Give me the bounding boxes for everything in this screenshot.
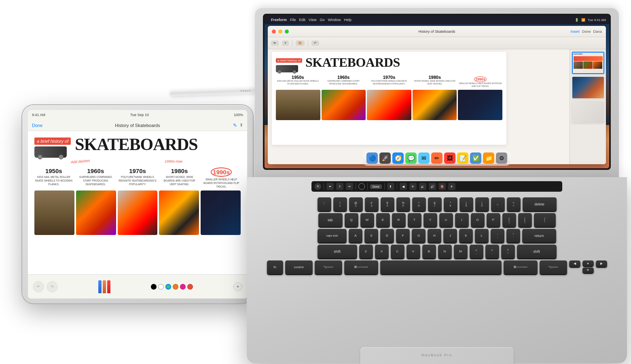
- key-comma[interactable]: <,: [470, 245, 483, 258]
- key-arrow-up[interactable]: ▲: [582, 260, 594, 266]
- key-h[interactable]: H: [428, 229, 441, 243]
- key-v[interactable]: V: [407, 245, 420, 258]
- key-command-right[interactable]: ⌘command: [504, 260, 538, 274]
- key-tab[interactable]: tab: [318, 213, 343, 227]
- key-quote[interactable]: "': [506, 229, 520, 243]
- undo-button[interactable]: ↶: [33, 281, 44, 292]
- touchbar-volume-up[interactable]: 🔊: [429, 183, 436, 190]
- key-capslock[interactable]: caps lock: [318, 229, 347, 243]
- touchbar-prev[interactable]: ◀: [400, 183, 407, 190]
- color-white[interactable]: [158, 284, 164, 290]
- key-n[interactable]: N: [438, 245, 452, 258]
- key-space[interactable]: [380, 260, 502, 274]
- key-return[interactable]: return: [522, 229, 556, 243]
- key-a[interactable]: A: [349, 229, 362, 243]
- key-r[interactable]: R: [392, 213, 406, 227]
- touchbar-volume-down[interactable]: 🔉: [419, 183, 426, 190]
- dock-mail[interactable]: ✉: [418, 152, 430, 164]
- touchbar-done-button[interactable]: Done: [370, 184, 382, 189]
- key-d[interactable]: D: [380, 229, 394, 243]
- key-command-left[interactable]: ⌘command: [344, 260, 378, 274]
- key-slash[interactable]: ?/: [501, 245, 515, 258]
- touchbar-close[interactable]: ✕: [315, 183, 321, 190]
- key-arrow-down[interactable]: ▼: [582, 267, 594, 273]
- key-c[interactable]: C: [391, 245, 404, 258]
- key-g[interactable]: G: [412, 229, 426, 243]
- app-name[interactable]: Freeform: [271, 18, 287, 22]
- freeform-canvas[interactable]: a brief history of SKATEBOARDS: [268, 49, 606, 164]
- menu-help[interactable]: Help: [344, 18, 351, 22]
- key-s[interactable]: S: [364, 229, 378, 243]
- key-i[interactable]: I: [455, 213, 469, 227]
- key-2[interactable]: @2: [349, 197, 363, 211]
- dock-launchpad[interactable]: 🚀: [379, 152, 391, 164]
- key-j[interactable]: J: [443, 229, 457, 243]
- touchbar-pen[interactable]: ✒: [326, 183, 334, 190]
- color-black[interactable]: [151, 284, 157, 290]
- key-control[interactable]: control: [285, 260, 313, 274]
- key-shift-left[interactable]: shift: [318, 245, 357, 258]
- sidebar-thumb-1[interactable]: SKATEBOARDS: [572, 52, 604, 74]
- dock-safari[interactable]: 🧭: [392, 152, 404, 164]
- touchbar-brightness[interactable]: ☀: [448, 183, 455, 190]
- dock-photos[interactable]: 🖼: [444, 152, 455, 164]
- sidebar-thumb-2[interactable]: [572, 76, 604, 99]
- key-semicolon[interactable]: :;: [491, 229, 504, 243]
- key-f[interactable]: F: [396, 229, 410, 243]
- key-b[interactable]: B: [422, 245, 436, 258]
- key-l[interactable]: L: [475, 229, 489, 243]
- key-period[interactable]: >.: [485, 245, 499, 258]
- redo-button[interactable]: ↷: [47, 281, 58, 292]
- key-w[interactable]: W: [360, 213, 374, 227]
- dock-freeform[interactable]: ✏: [431, 152, 443, 164]
- key-fn[interactable]: fn: [267, 260, 283, 274]
- share-icon[interactable]: ⬆: [239, 123, 243, 128]
- touchbar-share[interactable]: ⬆: [387, 183, 394, 190]
- key-1[interactable]: !1: [333, 197, 347, 211]
- pen-tool-blue[interactable]: [98, 280, 102, 293]
- key-bracket-close[interactable]: }]: [518, 213, 532, 227]
- menu-file[interactable]: File: [290, 18, 296, 22]
- key-x[interactable]: X: [375, 245, 389, 258]
- color-red[interactable]: [187, 284, 193, 290]
- key-equals[interactable]: +=: [507, 197, 521, 211]
- key-8[interactable]: *8: [444, 197, 457, 211]
- key-q[interactable]: Q: [345, 213, 358, 227]
- pen-tool-orange[interactable]: [103, 280, 106, 293]
- key-t[interactable]: T: [408, 213, 421, 227]
- window-insert-button[interactable]: Insert: [570, 30, 580, 34]
- key-p[interactable]: P: [487, 213, 500, 227]
- key-shift-right[interactable]: shift: [517, 245, 557, 258]
- key-backtick[interactable]: ~`: [318, 197, 331, 211]
- ipad-done-button[interactable]: Done: [32, 123, 42, 128]
- sidebar-thumb-3[interactable]: [572, 101, 604, 123]
- key-arrow-right[interactable]: ▶: [596, 260, 607, 267]
- window-maximize-button[interactable]: [285, 30, 289, 34]
- key-delete[interactable]: delete: [523, 197, 557, 211]
- key-k[interactable]: K: [459, 229, 473, 243]
- key-u[interactable]: U: [439, 213, 453, 227]
- key-minus[interactable]: _-: [491, 197, 505, 211]
- key-4[interactable]: $4: [381, 197, 394, 211]
- touchbar-mute[interactable]: 🔇: [438, 183, 446, 190]
- window-done-button[interactable]: Done: [582, 30, 591, 34]
- window-close-button[interactable]: [272, 30, 276, 34]
- dock-files[interactable]: 📁: [483, 152, 494, 164]
- menu-view[interactable]: View: [309, 18, 316, 22]
- dock-reminders[interactable]: ✅: [470, 152, 481, 164]
- dock-notes[interactable]: 📝: [457, 152, 468, 164]
- menu-edit[interactable]: Edit: [299, 18, 306, 22]
- touchbar-text[interactable]: T: [336, 183, 343, 190]
- pen-tool-red[interactable]: [107, 280, 110, 293]
- key-z[interactable]: Z: [359, 245, 373, 258]
- color-green[interactable]: [165, 284, 171, 290]
- pencil-icon[interactable]: ✎: [233, 123, 237, 128]
- menu-window[interactable]: Window: [328, 18, 341, 22]
- key-backslash[interactable]: |\: [534, 213, 556, 227]
- dock-messages[interactable]: 💬: [405, 152, 417, 164]
- touchbar-palette[interactable]: [358, 183, 365, 190]
- key-3[interactable]: #3: [365, 197, 379, 211]
- touchbar-config[interactable]: ✳: [409, 183, 417, 190]
- toolbar-pen[interactable]: ✒: [271, 40, 279, 46]
- key-7[interactable]: &7: [428, 197, 442, 211]
